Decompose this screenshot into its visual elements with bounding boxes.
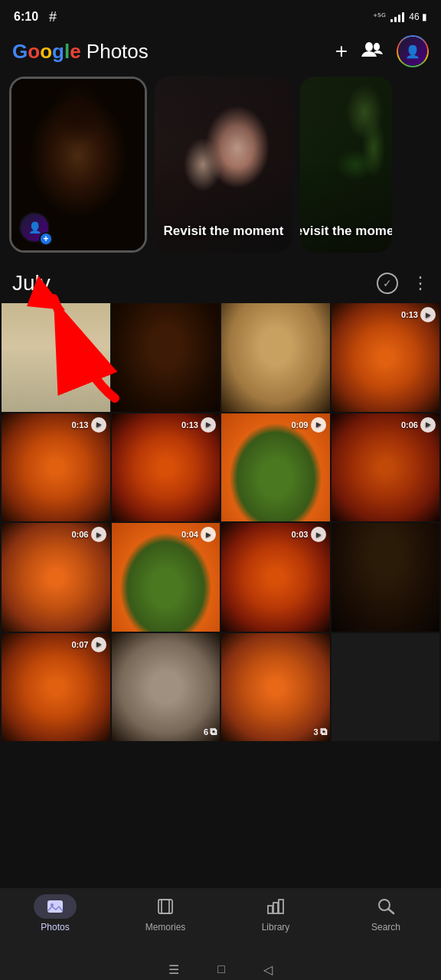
grid-cell[interactable]: 0:07 ▶ (2, 633, 110, 742)
play-icon: ▶ (91, 637, 106, 652)
play-icon: ▶ (420, 307, 436, 322)
svg-rect-8 (268, 906, 273, 913)
signal-bars (390, 11, 404, 22)
search-icon (377, 898, 395, 915)
memories-row: 👤 + Revisit the moment Revisit the momen… (0, 77, 441, 265)
grid-cell[interactable]: 0:13 ▶ (2, 413, 110, 522)
video-duration-badge: 0:13 ▶ (71, 417, 106, 433)
svg-point-0 (365, 42, 373, 51)
video-duration-badge: 0:04 ▶ (181, 527, 216, 542)
video-duration-badge: 0:09 ▶ (291, 417, 325, 433)
grid-row-4: 0:07 ▶ 6 ⧉ 3 ⧉ (2, 633, 439, 742)
story-card[interactable]: 👤 + (9, 77, 147, 253)
photos-label: Photos (41, 922, 69, 933)
library-label: Library (262, 922, 290, 933)
memory-card-2[interactable]: Revisit the moment (300, 77, 392, 253)
play-icon: ▶ (201, 417, 216, 433)
memories-label: Memories (145, 922, 186, 933)
hash-icon: # (49, 9, 57, 25)
video-duration-badge: 0:06 ▶ (71, 527, 106, 542)
status-icons: ⁺⁵ᴳ 46 ▮ (373, 11, 427, 22)
svg-rect-6 (158, 900, 169, 913)
memory-card-1[interactable]: Revisit the moment (155, 77, 292, 253)
grid-cell[interactable] (221, 303, 330, 412)
stack-badge: 6 ⧉ (204, 726, 217, 738)
profile-avatar[interactable]: 👤 (397, 35, 429, 67)
grid-cell[interactable] (332, 523, 440, 632)
more-options-button[interactable]: ⋮ (412, 273, 429, 293)
grid-cell[interactable]: 0:13 ▶ (112, 413, 220, 522)
play-icon: ▶ (311, 527, 326, 542)
nav-memories[interactable]: Memories (110, 894, 220, 933)
top-nav: Google Photos + 👤 (0, 29, 441, 77)
nav-actions: + 👤 (335, 35, 429, 67)
grid-row-3: 0:06 ▶ 0:04 ▶ 0:03 ▶ (2, 523, 439, 632)
story-avatar-container[interactable]: 👤 + (19, 212, 50, 243)
battery-icon: 46 ▮ (409, 11, 427, 22)
grid-row-2: 0:13 ▶ 0:13 ▶ 0:09 ▶ 0:06 ▶ (2, 413, 439, 522)
home-button[interactable]: □ (217, 962, 225, 976)
section-actions: ✓ ⋮ (377, 273, 429, 294)
grid-cell[interactable]: 0:06 ▶ (2, 523, 110, 632)
grid-cell[interactable]: 0:03 ▶ (221, 523, 330, 632)
search-label: Search (371, 922, 400, 933)
photos-icon-wrap (34, 894, 77, 919)
library-icon (266, 898, 285, 915)
svg-rect-10 (279, 900, 283, 913)
svg-point-1 (374, 43, 380, 51)
video-duration-badge: 0:13 ▶ (181, 417, 216, 433)
grid-cell[interactable]: 6 ⧉ (112, 633, 220, 742)
svg-line-12 (388, 909, 394, 913)
video-duration-badge: 0:13 ▶ (401, 307, 436, 322)
grid-cell[interactable]: 3 ⧉ (221, 633, 330, 742)
memory-label-2: Revisit the moment (300, 224, 392, 239)
nav-photos[interactable]: Photos (0, 894, 110, 933)
play-icon: ▶ (201, 527, 216, 542)
system-nav-bar: ☰ □ ◁ (0, 959, 441, 980)
status-bar: 6:10 # ⁺⁵ᴳ 46 ▮ (0, 0, 441, 29)
section-header: July ✓ ⋮ (0, 265, 441, 303)
grid-cell[interactable] (2, 303, 110, 412)
grid-cell[interactable] (332, 633, 440, 742)
app-title: Google Photos (12, 40, 149, 64)
video-duration-badge: 0:03 ▶ (291, 527, 325, 542)
video-duration-badge: 0:07 ▶ (71, 637, 106, 652)
select-all-button[interactable]: ✓ (377, 273, 398, 294)
nav-search[interactable]: Search (331, 894, 441, 933)
back-button[interactable]: ◁ (263, 962, 273, 977)
photos-icon (46, 898, 64, 915)
grid-cell[interactable] (112, 303, 220, 412)
svg-rect-7 (162, 900, 172, 913)
grid-cell[interactable]: 0:09 ▶ (221, 413, 330, 522)
section-title: July (12, 271, 51, 296)
svg-rect-4 (47, 900, 63, 913)
memory-label-1: Revisit the moment (164, 224, 284, 239)
video-duration-badge: 0:06 ▶ (401, 417, 436, 433)
memories-icon-wrap (144, 894, 187, 919)
photo-grid: 0:13 ▶ 0:13 ▶ 0:13 ▶ 0:09 ▶ 0: (0, 303, 441, 741)
stack-badge: 3 ⧉ (313, 726, 326, 738)
svg-rect-9 (273, 903, 278, 913)
grid-cell[interactable]: 0:13 ▶ (332, 303, 440, 412)
play-icon: ▶ (91, 417, 106, 433)
network-icon: ⁺⁵ᴳ (373, 11, 386, 22)
people-icon (361, 40, 383, 58)
play-icon: ▶ (91, 527, 106, 542)
share-people-button[interactable] (361, 40, 383, 63)
grid-cell[interactable]: 0:06 ▶ (332, 413, 440, 522)
grid-row-1: 0:13 ▶ (2, 303, 439, 412)
add-button[interactable]: + (335, 41, 348, 62)
memories-icon (156, 898, 175, 915)
status-time: 6:10 (14, 10, 38, 24)
add-story-button[interactable]: + (39, 232, 53, 246)
play-icon: ▶ (311, 417, 326, 433)
search-icon-wrap (364, 894, 407, 919)
menu-button[interactable]: ☰ (168, 962, 179, 977)
grid-cell[interactable]: 0:04 ▶ (112, 523, 220, 632)
library-icon-wrap (254, 894, 297, 919)
nav-library[interactable]: Library (220, 894, 331, 933)
play-icon: ▶ (420, 417, 436, 433)
